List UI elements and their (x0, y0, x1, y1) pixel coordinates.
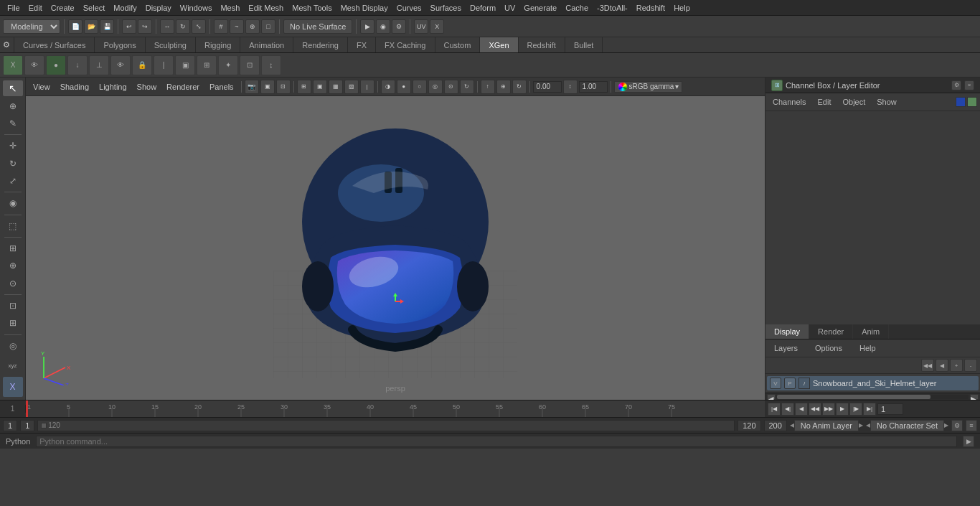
range-thumb[interactable] (41, 423, 47, 428)
prev-frame-btn[interactable]: ◀| (781, 403, 794, 416)
layer-scrollbar[interactable]: ◀ ▶ (765, 393, 980, 400)
menu-edit[interactable]: Edit (24, 2, 47, 14)
vp-display-4[interactable]: ▨ (344, 80, 359, 94)
render-settings-btn[interactable]: ⚙ (392, 19, 406, 34)
vp-menu-shading[interactable]: Shading (56, 81, 93, 93)
status-extra-btn[interactable]: ≡ (966, 420, 977, 431)
rotate-tool-btn[interactable]: ↻ (3, 156, 23, 172)
paint-select-btn[interactable]: ✎ (3, 116, 23, 131)
menu-surfaces[interactable]: Surfaces (426, 2, 466, 14)
vp-display-2[interactable]: ▣ (313, 80, 327, 94)
anim-layer-dropdown[interactable]: No Anim Layer (794, 420, 859, 431)
char-set-right-arrow[interactable]: ▶ (944, 422, 948, 428)
layer-playback-btn[interactable]: P (784, 378, 796, 389)
vp-snap-2[interactable]: ⊕ (496, 80, 511, 94)
tab-custom[interactable]: Custom (435, 37, 481, 52)
panel-close-btn[interactable]: × (964, 80, 974, 90)
camera-btn-2[interactable]: ▣ (260, 80, 275, 94)
layer-tab-render[interactable]: Render (809, 324, 853, 339)
ch-menu-edit[interactable]: Edit (813, 96, 835, 108)
layer-opt-help[interactable]: Help (854, 342, 882, 354)
play-fwd-btn[interactable]: ▶▶ (822, 403, 835, 416)
pin-btn[interactable]: ⊕ (3, 258, 23, 273)
soft-mod-btn[interactable]: ◉ (3, 195, 23, 211)
vp-shade-3[interactable]: ○ (413, 80, 427, 94)
tab-redshift[interactable]: Redshift (519, 37, 565, 52)
shelf-xgen-3[interactable]: ● (46, 55, 66, 75)
color-swatch-blue[interactable] (956, 97, 966, 107)
goto-end-btn[interactable]: ▶| (863, 403, 876, 416)
layer-prev-btn[interactable]: ◀◀ (921, 359, 934, 372)
live-surface-btn[interactable]: No Live Surface (283, 19, 352, 34)
menu-help[interactable]: Help (669, 2, 694, 14)
snap-point-btn[interactable]: ⊕ (245, 19, 260, 34)
anim-layer-right-arrow[interactable]: ▶ (859, 422, 863, 428)
range-slider[interactable]: 120 (37, 420, 735, 431)
isolate-btn[interactable]: ◎ (3, 337, 23, 353)
python-input[interactable] (36, 436, 957, 447)
panel-settings-btn[interactable]: ⚙ (951, 80, 961, 90)
shelf-xgen-9[interactable]: ▣ (175, 55, 195, 75)
vp-menu-show[interactable]: Show (133, 81, 161, 93)
ch-menu-channels[interactable]: Channels (768, 96, 810, 108)
frame-start-field[interactable]: 1 (3, 420, 17, 431)
camera-btn-1[interactable]: 📷 (245, 80, 259, 94)
axis-orient-btn[interactable]: xyz (3, 355, 23, 375)
menu-windows[interactable]: Windows (176, 2, 217, 14)
menu-uv[interactable]: UV (500, 2, 519, 14)
color-swatch-green[interactable] (967, 97, 977, 107)
status-settings-btn[interactable]: ⚙ (951, 420, 963, 431)
timeline-ruler[interactable]: 1 5 10 15 20 25 30 35 40 45 50 (26, 400, 765, 418)
layer-row[interactable]: V P / Snowboard_and_Ski_Helmet_layer (767, 376, 979, 390)
next-frame-btn[interactable]: |▶ (849, 403, 862, 416)
play-back-btn[interactable]: ◀◀ (809, 403, 821, 416)
current-frame-field[interactable]: 1 (877, 403, 903, 415)
viewport[interactable]: View Shading Lighting Show Renderer Pane… (26, 78, 765, 400)
layer-visibility-btn[interactable]: V (770, 378, 781, 389)
camera-scale-field[interactable]: 1.00 (579, 81, 608, 93)
tab-rendering[interactable]: Rendering (293, 37, 348, 52)
tab-sculpting[interactable]: Sculpting (146, 37, 196, 52)
set-pivot-btn[interactable]: ⊞ (3, 240, 23, 256)
layer-opt-layers[interactable]: Layers (768, 342, 804, 354)
ch-menu-object[interactable]: Object (838, 96, 870, 108)
vp-menu-view[interactable]: View (29, 81, 55, 93)
lasso-select-btn[interactable]: ⊕ (3, 98, 23, 113)
snap-view-btn[interactable]: □ (261, 19, 275, 34)
xgen-btn[interactable]: X (430, 19, 444, 34)
shelf-xgen-8[interactable]: | (154, 55, 174, 75)
tab-curves-surfaces[interactable]: Curves / Surfaces (14, 37, 95, 52)
ch-menu-show[interactable]: Show (872, 96, 901, 108)
tab-xgen[interactable]: XGen (480, 37, 518, 52)
shelf-xgen-6[interactable]: 👁 (110, 55, 131, 75)
menu-mesh[interactable]: Mesh (216, 2, 244, 14)
menu-create[interactable]: Create (47, 2, 79, 14)
goto-start-btn[interactable]: |◀ (768, 403, 781, 416)
vp-snap-3[interactable]: ↻ (512, 80, 527, 94)
vp-display-5[interactable]: | (360, 80, 374, 94)
vp-shade-2[interactable]: ● (397, 80, 411, 94)
tab-polygons[interactable]: Polygons (95, 37, 145, 52)
scale-btn[interactable]: ⤡ (192, 19, 206, 34)
shelf-xgen-4[interactable]: ↓ (67, 55, 88, 75)
vp-menu-renderer[interactable]: Renderer (162, 81, 204, 93)
marquee-sel-btn[interactable]: ⬚ (3, 217, 23, 233)
scale-tool-btn[interactable]: ⤢ (3, 173, 23, 189)
layer-add-btn[interactable]: + (950, 359, 963, 372)
layer-tab-anim[interactable]: Anim (853, 324, 889, 339)
display-mode-1-btn[interactable]: ⊡ (3, 298, 23, 314)
camera-btn-3[interactable]: ⊡ (276, 80, 291, 94)
shelf-xgen-5[interactable]: ⊥ (89, 55, 109, 75)
layer-remove-btn[interactable]: - (964, 359, 977, 372)
frame-num-field[interactable]: 1 (20, 420, 34, 431)
shelf-xgen-13[interactable]: ↨ (261, 55, 281, 75)
uv-editor-btn[interactable]: UV (414, 19, 428, 34)
open-file-btn[interactable]: 📂 (84, 19, 98, 34)
menu-redshift[interactable]: Redshift (632, 2, 669, 14)
menu-edit-mesh[interactable]: Edit Mesh (244, 2, 288, 14)
layer-back-btn[interactable]: ◀ (936, 359, 948, 372)
move-btn[interactable]: ↔ (160, 19, 174, 34)
shelf-xgen-2[interactable]: 👁 (24, 55, 44, 75)
next-key-btn[interactable]: ▶ (836, 403, 849, 416)
tab-settings-icon[interactable]: ⚙ (0, 37, 14, 52)
